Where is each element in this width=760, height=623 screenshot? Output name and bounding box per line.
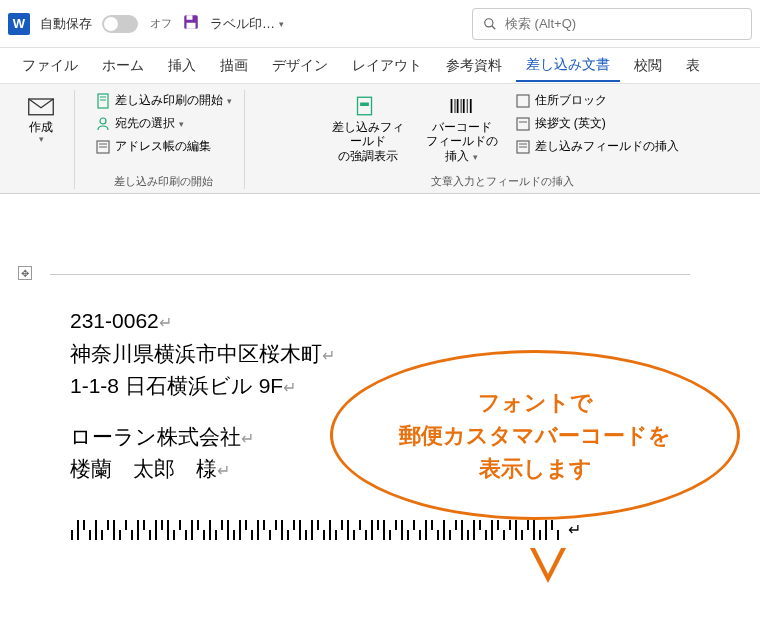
select-recipients-label: 宛先の選択	[115, 115, 175, 132]
address-block-button[interactable]: 住所ブロック	[511, 90, 683, 111]
svg-rect-1	[187, 15, 193, 20]
search-input[interactable]	[505, 16, 741, 31]
start-mail-merge-label: 差し込み印刷の開始	[115, 92, 223, 109]
ribbon-group-create: 作成 ▾	[8, 90, 75, 189]
save-icon[interactable]	[182, 13, 200, 35]
tab-view[interactable]: 表	[676, 51, 710, 81]
ribbon-group-insert-fields: 差し込みフィールドの強調表示 バーコードフィールドの挿入 ▾ 住所ブロック 挨拶…	[253, 90, 752, 189]
ribbon-group-start-merge: 差し込み印刷の開始 ▾ 宛先の選択 ▾ アドレス帳の編集 差し込み印刷の開始	[83, 90, 245, 189]
select-recipients-button[interactable]: 宛先の選択 ▾	[91, 113, 236, 134]
annotation-callout: フォントで 郵便カスタマバーコードを 表示します	[330, 350, 740, 520]
document-icon	[95, 93, 111, 109]
insert-merge-field-button[interactable]: 差し込みフィールドの挿入	[511, 136, 683, 157]
envelope-icon	[27, 94, 55, 118]
svg-rect-14	[360, 103, 369, 107]
create-button[interactable]: 作成 ▾	[16, 90, 66, 148]
svg-line-4	[492, 25, 496, 29]
insert-barcode-button[interactable]: バーコードフィールドの挿入 ▾	[417, 90, 507, 167]
tab-mailings[interactable]: 差し込み文書	[516, 50, 620, 82]
highlight-merge-fields-button[interactable]: 差し込みフィールドの強調表示	[323, 90, 413, 167]
svg-rect-6	[98, 94, 108, 108]
autosave-toggle[interactable]	[102, 15, 138, 33]
ribbon-group-label-start: 差し込み印刷の開始	[114, 174, 213, 189]
tab-layout[interactable]: レイアウト	[342, 51, 432, 81]
greeting-line-button[interactable]: 挨拶文 (英文)	[511, 113, 683, 134]
address-block-icon	[515, 93, 531, 109]
chevron-down-icon: ▾	[227, 96, 232, 106]
greeting-label: 挨拶文 (英文)	[535, 115, 606, 132]
chevron-down-icon: ▾	[39, 134, 44, 144]
table-move-handle[interactable]: ✥	[18, 266, 32, 280]
chevron-down-icon: ▾	[179, 119, 184, 129]
tab-review[interactable]: 校閲	[624, 51, 672, 81]
word-app-icon: W	[8, 13, 30, 35]
autosave-state: オフ	[150, 16, 172, 31]
merge-field-icon	[515, 139, 531, 155]
tab-home[interactable]: ホーム	[92, 51, 154, 81]
start-mail-merge-button[interactable]: 差し込み印刷の開始 ▾	[91, 90, 236, 111]
search-box[interactable]	[472, 8, 752, 40]
callout-text: フォントで 郵便カスタマバーコードを 表示します	[399, 386, 671, 485]
edit-list-icon	[95, 139, 111, 155]
address-block-label: 住所ブロック	[535, 92, 607, 109]
tab-insert[interactable]: 挿入	[158, 51, 206, 81]
highlight-field-icon	[354, 94, 382, 118]
svg-rect-22	[517, 95, 529, 107]
chevron-down-icon: ▾	[279, 19, 284, 29]
barcode-icon	[448, 94, 476, 118]
autosave-label: 自動保存	[40, 15, 92, 33]
tab-file[interactable]: ファイル	[12, 51, 88, 81]
edit-recipients-button[interactable]: アドレス帳の編集	[91, 136, 236, 157]
callout-bubble: フォントで 郵便カスタマバーコードを 表示します	[330, 350, 740, 520]
ribbon: 作成 ▾ 差し込み印刷の開始 ▾ 宛先の選択 ▾	[0, 84, 760, 194]
create-button-label: 作成	[29, 120, 53, 134]
tab-references[interactable]: 参考資料	[436, 51, 512, 81]
greeting-icon	[515, 116, 531, 132]
svg-point-9	[100, 118, 106, 124]
paragraph-mark: ↵	[568, 520, 581, 539]
highlight-fields-label: 差し込みフィールドの強調表示	[327, 120, 409, 163]
svg-rect-23	[517, 118, 529, 130]
edit-recipients-label: アドレス帳の編集	[115, 138, 211, 155]
search-icon	[483, 17, 497, 31]
svg-rect-2	[187, 22, 196, 28]
title-bar: W 自動保存 オフ ラベル印… ▾	[0, 0, 760, 48]
tab-design[interactable]: デザイン	[262, 51, 338, 81]
ribbon-tabs: ファイル ホーム 挿入 描画 デザイン レイアウト 参考資料 差し込み文書 校閲…	[0, 48, 760, 84]
document-title-text: ラベル印…	[210, 15, 275, 33]
people-icon	[95, 116, 111, 132]
tab-draw[interactable]: 描画	[210, 51, 258, 81]
barcode-button-label: バーコードフィールドの挿入 ▾	[421, 120, 503, 163]
ribbon-group-label	[39, 177, 42, 189]
insert-merge-field-label: 差し込みフィールドの挿入	[535, 138, 679, 155]
ribbon-group-label-insert: 文章入力とフィールドの挿入	[431, 174, 574, 189]
document-title[interactable]: ラベル印… ▾	[210, 15, 284, 33]
svg-point-3	[485, 18, 493, 26]
postal-code-line[interactable]: 231-0062↵	[70, 305, 670, 338]
